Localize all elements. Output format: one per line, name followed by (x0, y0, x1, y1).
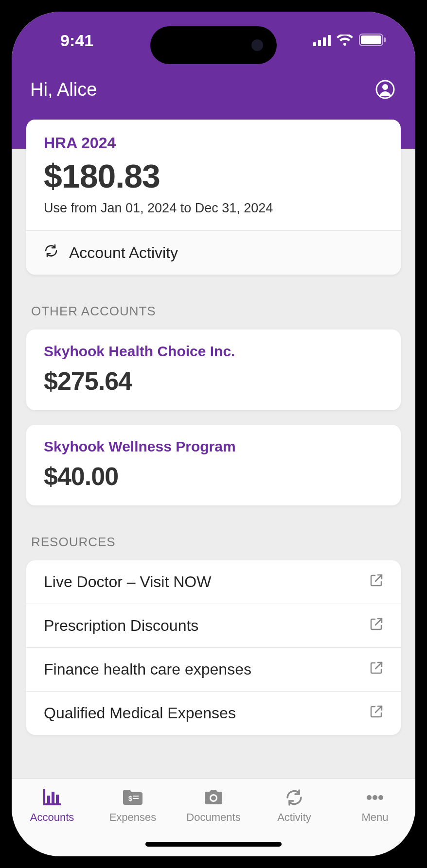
cellular-icon (313, 31, 331, 50)
resource-label: Live Doctor – Visit NOW (44, 573, 211, 591)
wifi-icon (337, 31, 353, 50)
svg-rect-11 (47, 796, 50, 803)
primary-account-card[interactable]: HRA 2024 $180.83 Use from Jan 01, 2024 t… (26, 120, 401, 275)
account-activity-button[interactable]: Account Activity (26, 230, 401, 275)
other-account-balance: $275.64 (44, 366, 383, 396)
primary-account-title: HRA 2024 (44, 134, 383, 152)
svg-rect-13 (56, 795, 59, 803)
tab-menu[interactable]: Menu (335, 788, 415, 824)
svg-text:$: $ (128, 795, 132, 802)
svg-rect-16 (133, 798, 139, 799)
tab-activity[interactable]: Activity (254, 788, 335, 824)
resource-label: Finance health care expenses (44, 660, 251, 678)
resource-label: Qualified Medical Expenses (44, 704, 236, 722)
device-notch (150, 26, 277, 64)
home-indicator[interactable] (145, 842, 282, 847)
greeting-text: Hi, Alice (30, 79, 97, 100)
external-link-icon (370, 660, 383, 678)
external-link-icon (370, 704, 383, 722)
bar-chart-icon (42, 788, 62, 807)
other-account-balance: $40.00 (44, 462, 383, 491)
main-content[interactable]: HRA 2024 $180.83 Use from Jan 01, 2024 t… (12, 120, 415, 779)
svg-point-20 (373, 795, 377, 800)
svg-rect-10 (43, 803, 61, 805)
resources-header: RESOURCES (26, 520, 401, 560)
primary-account-balance: $180.83 (44, 157, 383, 195)
svg-rect-15 (133, 796, 139, 797)
other-accounts-header: OTHER ACCOUNTS (26, 289, 401, 330)
svg-rect-12 (52, 792, 54, 803)
svg-point-19 (367, 795, 372, 800)
resource-list: Live Doctor – Visit NOW Prescription Dis… (26, 560, 401, 735)
external-link-icon (370, 573, 383, 591)
tab-label: Accounts (30, 811, 74, 824)
screen: 9:41 Hi, Alice (12, 12, 415, 856)
app-header: Hi, Alice (12, 69, 415, 120)
resource-row-prescription[interactable]: Prescription Discounts (26, 604, 401, 648)
other-account-card[interactable]: Skyhook Wellness Program $40.00 (26, 425, 401, 505)
tab-label: Menu (361, 811, 388, 824)
svg-rect-2 (323, 37, 326, 46)
svg-point-21 (378, 795, 383, 800)
battery-icon (359, 31, 386, 50)
other-account-card[interactable]: Skyhook Health Choice Inc. $275.64 (26, 330, 401, 410)
other-account-title: Skyhook Wellness Program (44, 438, 383, 455)
svg-point-8 (382, 84, 388, 90)
svg-rect-6 (384, 37, 386, 42)
resource-label: Prescription Discounts (44, 617, 198, 635)
external-link-icon (370, 617, 383, 635)
primary-account-range: Use from Jan 01, 2024 to Dec 31, 2024 (44, 201, 383, 216)
tab-label: Expenses (109, 811, 157, 824)
svg-rect-1 (318, 40, 321, 46)
status-time: 9:41 (41, 31, 93, 50)
more-dots-icon (364, 788, 386, 807)
svg-rect-9 (43, 789, 45, 804)
svg-rect-0 (313, 42, 316, 46)
user-circle-icon (375, 80, 395, 99)
status-indicators (313, 31, 386, 50)
refresh-icon (44, 243, 58, 262)
folder-dollar-icon: $ (122, 788, 143, 807)
other-account-title: Skyhook Health Choice Inc. (44, 343, 383, 360)
refresh-icon (285, 788, 304, 807)
tab-documents[interactable]: Documents (173, 788, 254, 824)
svg-rect-3 (328, 35, 331, 46)
profile-button[interactable] (374, 79, 396, 100)
svg-rect-5 (361, 35, 381, 44)
tab-label: Documents (186, 811, 240, 824)
tab-expenses[interactable]: $ Expenses (92, 788, 173, 824)
camera-icon (203, 788, 224, 807)
resource-row-qualified[interactable]: Qualified Medical Expenses (26, 692, 401, 735)
resource-row-finance[interactable]: Finance health care expenses (26, 648, 401, 692)
resource-row-live-doctor[interactable]: Live Doctor – Visit NOW (26, 560, 401, 604)
tab-label: Activity (277, 811, 311, 824)
tab-accounts[interactable]: Accounts (12, 788, 92, 824)
account-activity-label: Account Activity (69, 244, 178, 262)
svg-point-18 (211, 796, 216, 800)
device-frame: 9:41 Hi, Alice (0, 0, 427, 868)
